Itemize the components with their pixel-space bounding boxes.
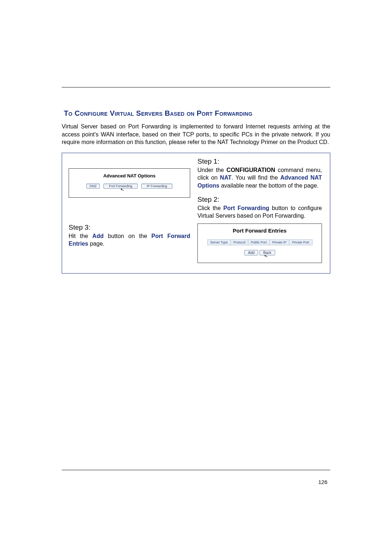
col-server-type: Server Type <box>207 239 231 245</box>
add-keyword: Add <box>92 233 103 239</box>
configuration-keyword: CONFIGURATION <box>226 167 275 173</box>
port-forwarding-keyword: Port Forwarding <box>223 205 269 211</box>
dmz-button: DMZ <box>86 184 100 189</box>
page-number: 126 <box>62 479 330 485</box>
step-1-body: Under the CONFIGURATION command menu, cl… <box>197 166 322 190</box>
col-private-port: Private Port <box>289 239 312 245</box>
step-1-post: available near the bottom of the page. <box>219 182 318 189</box>
pfe-table: Server Type Protocol Public Port Private… <box>207 239 313 245</box>
step-1-head: Step 1: <box>197 157 322 165</box>
port-forward-entries-screenshot: Port Forward Entries Server Type Protoco… <box>197 223 322 263</box>
pfe-title: Port Forward Entries <box>201 227 318 234</box>
step-1-pre: Under the <box>197 167 226 173</box>
step-3-post: page. <box>88 241 104 247</box>
advanced-nat-screenshot: Advanced NAT Options DMZ Port Forwarding… <box>69 168 190 198</box>
header-rule <box>62 87 330 87</box>
step-2-body: Click the Port Forwarding button to conf… <box>197 204 322 220</box>
col-public-port: Public Port <box>248 239 269 245</box>
step-2-head: Step 2: <box>197 196 322 204</box>
step-3-head: Step 3: <box>69 223 190 231</box>
step-3-body: Hit the Add button on the Port Forward E… <box>69 232 190 248</box>
step-3-mid: button on the <box>103 233 151 239</box>
step-2-pre: Click the <box>197 205 223 211</box>
step-1-mid2: . You will find the <box>232 175 280 181</box>
col-private-ip: Private IP <box>270 239 289 245</box>
footer-rule <box>62 470 330 470</box>
section-heading: To Configure Virtual Servers Based on Po… <box>64 109 330 118</box>
steps-container: Advanced NAT Options DMZ Port Forwarding… <box>62 153 330 274</box>
intro-paragraph: Virtual Server based on Port Forwarding … <box>62 123 330 146</box>
port-forwarding-button: Port Forwarding ↖ <box>103 184 138 189</box>
col-protocol: Protocol <box>231 239 248 245</box>
add-btn: Add <box>244 250 258 255</box>
nat-keyword: NAT <box>220 175 232 181</box>
ip-forwarding-button: IP Forwarding <box>141 184 172 189</box>
step-3-pre: Hit the <box>69 233 92 239</box>
advanced-nat-title: Advanced NAT Options <box>73 173 186 178</box>
